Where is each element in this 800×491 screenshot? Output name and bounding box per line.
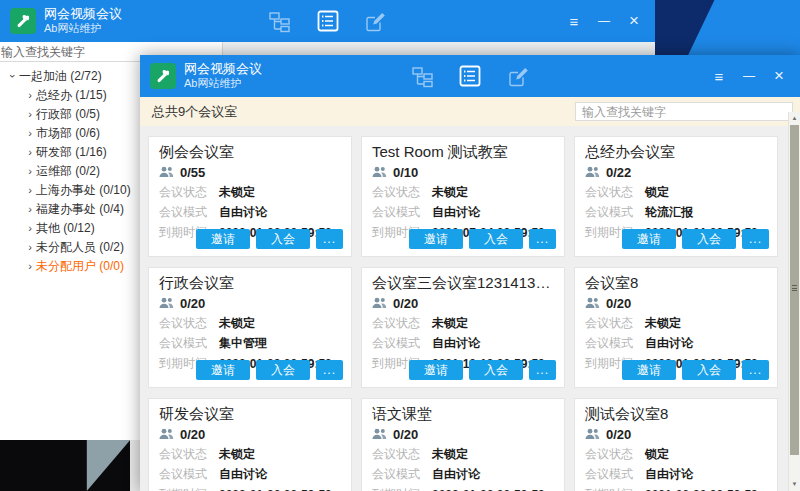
chevron-right-icon: › [24,146,36,158]
contacts-tree-button[interactable] [410,64,434,88]
chevron-right-icon: › [24,241,36,253]
rooms-summary-bar: 总共9个会议室 [140,97,800,126]
invite-button[interactable]: 邀请 [196,360,250,380]
tree-item-label: 未分配用户 (0/0) [36,258,124,275]
mode-value: 自由讨论 [432,204,480,221]
minimize-icon[interactable]: — [593,10,615,32]
status-label: 会议状态 [585,315,645,332]
org-chart-icon [411,65,434,88]
scrollbar-thumb[interactable] [790,125,799,455]
mode-label: 会议模式 [159,466,219,483]
mode-row: 会议模式 自由讨论 [372,468,554,481]
mode-value: 自由讨论 [645,335,693,352]
mode-label: 会议模式 [159,335,219,352]
mode-label: 会议模式 [372,466,432,483]
wallpaper-bottom-left [0,440,140,491]
occupancy-row: 0/10 [372,165,554,179]
meeting-list-button[interactable] [316,9,340,33]
meeting-room-card: 行政会议室 0/20 会议状态 未锁定 会议模式 集中管理 到期时间 2023-… [148,267,352,388]
close-icon[interactable]: × [768,65,790,87]
bg-window-controls: ≡ — × [563,10,655,32]
meeting-room-card: Test Room 测试教室 0/10 会议状态 未锁定 会议模式 自由讨论 到… [361,136,565,257]
close-icon[interactable]: × [623,10,645,32]
meeting-room-card: 会议室8 0/20 会议状态 未锁定 会议模式 自由讨论 到期时间 2022-0… [574,267,778,388]
mode-label: 会议模式 [585,335,645,352]
more-button[interactable]: ... [316,360,343,380]
occupancy-value: 0/20 [180,427,205,442]
meeting-list-button-active[interactable] [458,64,482,88]
tree-item-label: 总经办 (1/15) [36,87,107,104]
scroll-down-icon[interactable]: ▼ [789,479,800,489]
status-value: 锁定 [645,446,669,463]
people-icon [585,297,600,309]
mode-row: 会议模式 自由讨论 [585,468,767,481]
invite-button[interactable]: 邀请 [409,360,463,380]
fg-brand: 网会视频会议 Ab网站维护 [140,62,262,90]
occupancy-row: 0/22 [585,165,767,179]
card-actions: 邀请 入会 ... [409,229,556,249]
more-button[interactable]: ... [316,229,343,249]
status-label: 会议状态 [159,315,219,332]
contacts-tree-button[interactable] [268,9,292,33]
join-button[interactable]: 入会 [469,229,523,249]
room-name: 例会会议室 [159,143,341,161]
invite-button[interactable]: 邀请 [622,360,676,380]
join-button[interactable]: 入会 [682,229,736,249]
tree-item-label: 研发部 (1/16) [36,144,107,161]
status-value: 锁定 [645,184,669,201]
compose-button[interactable] [506,64,530,88]
rooms-search-input[interactable] [575,102,793,121]
chevron-right-icon: › [24,203,36,215]
mode-label: 会议模式 [372,335,432,352]
occupancy-value: 0/55 [180,165,205,180]
status-label: 会议状态 [585,184,645,201]
people-icon [159,428,174,440]
mode-row: 会议模式 自由讨论 [372,206,554,219]
status-row: 会议状态 未锁定 [372,186,554,199]
join-button[interactable]: 入会 [469,360,523,380]
more-button[interactable]: ... [529,229,556,249]
status-value: 未锁定 [645,315,681,332]
tree-item-label: 市场部 (0/6) [36,125,100,142]
tree-item-label: 运维部 (0/2) [36,163,100,180]
chevron-right-icon: › [24,184,36,196]
room-name: 总经办会议室 [585,143,767,161]
wrench-icon [15,13,31,29]
more-button[interactable]: ... [529,360,556,380]
minimize-icon[interactable]: — [738,65,760,87]
mode-row: 会议模式 自由讨论 [159,206,341,219]
card-actions: 邀请 入会 ... [622,229,769,249]
scroll-up-icon[interactable]: ▲ [789,113,800,123]
room-name: 会议室8 [585,274,767,292]
menu-icon[interactable]: ≡ [708,65,730,87]
menu-icon[interactable]: ≡ [563,10,585,32]
invite-button[interactable]: 邀请 [622,229,676,249]
invite-button[interactable]: 邀请 [409,229,463,249]
more-button[interactable]: ... [742,360,769,380]
status-value: 未锁定 [219,184,255,201]
meeting-room-card: 总经办会议室 0/22 会议状态 锁定 会议模式 轮流汇报 到期时间 2022-… [574,136,778,257]
edit-icon [364,10,387,33]
room-name: Test Room 测试教室 [372,143,554,161]
join-button[interactable]: 入会 [682,360,736,380]
app-logo-wrench-icon [10,8,36,34]
vertical-scrollbar[interactable]: ▲ ▼ [788,112,800,491]
status-row: 会议状态 未锁定 [372,448,554,461]
people-icon [372,166,387,178]
occupancy-row: 0/20 [585,296,767,310]
mode-value: 自由讨论 [645,466,693,483]
mode-value: 自由讨论 [219,204,267,221]
fg-toolbar [410,55,530,97]
occupancy-value: 0/20 [606,427,631,442]
more-button[interactable]: ... [742,229,769,249]
people-icon [585,166,600,178]
occupancy-row: 0/20 [585,427,767,441]
compose-button[interactable] [364,9,388,33]
join-button[interactable]: 入会 [256,229,310,249]
meeting-room-card: 例会会议室 0/55 会议状态 未锁定 会议模式 自由讨论 到期时间 2028-… [148,136,352,257]
tree-item-label: 上海办事处 (0/10) [36,182,131,199]
mode-value: 自由讨论 [432,335,480,352]
invite-button[interactable]: 邀请 [196,229,250,249]
join-button[interactable]: 入会 [256,360,310,380]
mode-value: 轮流汇报 [645,204,693,221]
